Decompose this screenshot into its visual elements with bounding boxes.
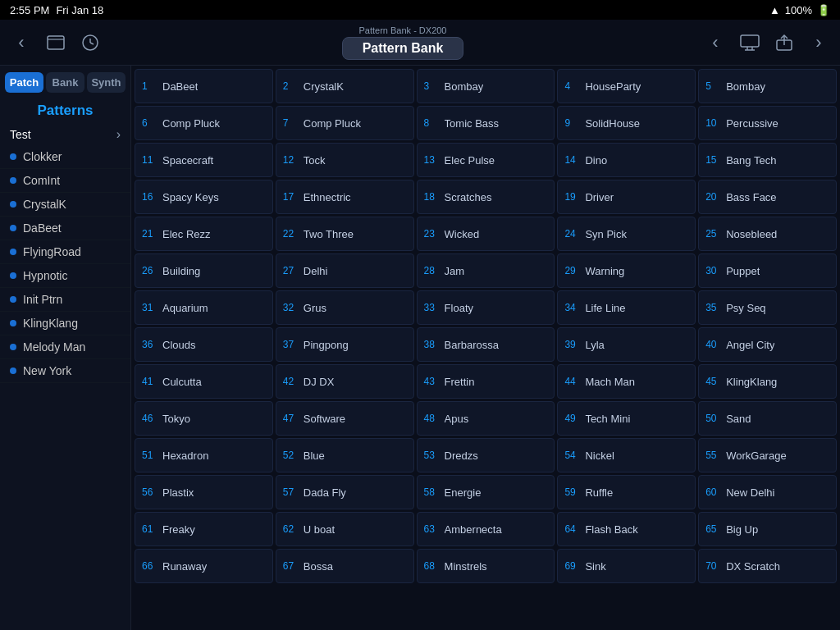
pattern-cell-52[interactable]: 52Blue [276, 438, 414, 472]
pattern-cell-48[interactable]: 48Apus [417, 401, 555, 436]
pattern-cell-30[interactable]: 30Puppet [698, 253, 837, 288]
pattern-cell-50[interactable]: 50Sand [698, 401, 837, 436]
pattern-cell-56[interactable]: 56Plastix [135, 475, 273, 509]
pattern-cell-4[interactable]: 4HouseParty [557, 69, 696, 103]
tab-patch[interactable]: Patch [5, 72, 43, 93]
pattern-cell-40[interactable]: 40Angel City [698, 327, 837, 362]
sidebar-item-klingklang[interactable]: KlingKlang [0, 312, 130, 336]
pattern-cell-20[interactable]: 20Bass Face [698, 180, 837, 214]
pattern-cell-27[interactable]: 27Delhi [276, 253, 414, 288]
sidebar-item-flyingroad[interactable]: FlyingRoad [0, 240, 130, 264]
pattern-cell-64[interactable]: 64Flash Back [557, 512, 696, 546]
pattern-cell-8[interactable]: 8Tomic Bass [417, 106, 555, 140]
share-icon[interactable] [773, 31, 796, 54]
sidebar-item-dabeet[interactable]: DaBeet [0, 217, 130, 240]
pattern-cell-44[interactable]: 44Mach Man [557, 364, 696, 399]
pattern-cell-61[interactable]: 61Freaky [135, 512, 273, 546]
pattern-cell-12[interactable]: 12Tock [276, 143, 414, 177]
pattern-num: 4 [564, 80, 581, 92]
pattern-cell-9[interactable]: 9SolidHouse [557, 106, 696, 140]
pattern-cell-49[interactable]: 49Tech Mini [557, 401, 696, 436]
tab-synth[interactable]: Synth [87, 72, 126, 93]
pattern-cell-41[interactable]: 41Culcutta [135, 364, 273, 399]
pattern-cell-70[interactable]: 70DX Scratch [698, 549, 837, 583]
prev-button[interactable]: ‹ [704, 28, 727, 57]
pattern-cell-15[interactable]: 15Bang Tech [698, 143, 837, 177]
pattern-cell-39[interactable]: 39Lyla [557, 327, 696, 362]
sidebar-item-melody-man[interactable]: Melody Man [0, 336, 130, 359]
test-row[interactable]: Test › [0, 124, 130, 145]
pattern-cell-66[interactable]: 66Runaway [135, 549, 273, 583]
pattern-cell-16[interactable]: 16Spacy Keys [135, 180, 273, 214]
pattern-cell-25[interactable]: 25Nosebleed [698, 217, 837, 251]
pattern-cell-5[interactable]: 5Bombay [698, 69, 837, 103]
pattern-cell-35[interactable]: 35Psy Seq [698, 290, 837, 325]
pattern-cell-57[interactable]: 57Dada Fly [276, 475, 414, 509]
pattern-name: Bombay [726, 80, 765, 93]
sidebar-item-init-ptrn[interactable]: Init Ptrn [0, 288, 130, 312]
pattern-cell-13[interactable]: 13Elec Pulse [417, 143, 555, 177]
pattern-cell-22[interactable]: 22Two Three [276, 217, 414, 251]
tab-bank[interactable]: Bank [46, 72, 84, 93]
pattern-cell-46[interactable]: 46Tokyo [135, 401, 273, 436]
pattern-cell-62[interactable]: 62U boat [276, 512, 414, 546]
pattern-num: 60 [705, 486, 722, 498]
sidebar-item-clokker[interactable]: Clokker [0, 145, 130, 169]
pattern-num: 39 [564, 339, 581, 350]
pattern-name: Comp Pluck [304, 117, 361, 130]
pattern-cell-51[interactable]: 51Hexadron [135, 438, 273, 472]
window-icon[interactable] [44, 31, 67, 54]
pattern-cell-29[interactable]: 29Warning [557, 253, 696, 288]
sidebar-item-crystalk[interactable]: CrystalK [0, 193, 130, 217]
pattern-cell-28[interactable]: 28Jam [417, 253, 555, 288]
pattern-cell-45[interactable]: 45KlingKlang [698, 364, 837, 399]
pattern-cell-10[interactable]: 10Percussive [698, 106, 837, 140]
pattern-cell-33[interactable]: 33Floaty [417, 290, 555, 325]
pattern-cell-2[interactable]: 2CrystalK [276, 69, 414, 103]
pattern-cell-11[interactable]: 11Spacecraft [135, 143, 273, 177]
pattern-cell-21[interactable]: 21Elec Rezz [135, 217, 273, 251]
pattern-cell-19[interactable]: 19Driver [557, 180, 696, 214]
pattern-cell-18[interactable]: 18Scratches [417, 180, 555, 214]
pattern-cell-47[interactable]: 47Software [276, 401, 414, 436]
pattern-cell-31[interactable]: 31Aquarium [135, 290, 273, 325]
pattern-cell-36[interactable]: 36Clouds [135, 327, 273, 362]
pattern-cell-68[interactable]: 68Minstrels [417, 549, 555, 583]
pattern-cell-17[interactable]: 17Ethnectric [276, 180, 414, 214]
tab-bar: Patch Bank Synth [0, 66, 130, 96]
pattern-cell-24[interactable]: 24Syn Pick [557, 217, 696, 251]
pattern-cell-69[interactable]: 69Sink [557, 549, 696, 583]
pattern-cell-23[interactable]: 23Wicked [417, 217, 555, 251]
pattern-cell-43[interactable]: 43Frettin [417, 364, 555, 399]
sidebar-item-new-york[interactable]: New York [0, 359, 130, 383]
patterns-label: Patterns [0, 96, 130, 124]
display-icon[interactable] [738, 31, 761, 54]
pattern-cell-7[interactable]: 7Comp Pluck [276, 106, 414, 140]
pattern-cell-67[interactable]: 67Bossa [276, 549, 414, 583]
pattern-cell-37[interactable]: 37Pingpong [276, 327, 414, 362]
pattern-cell-6[interactable]: 6Comp Pluck [135, 106, 273, 140]
next-button[interactable]: › [807, 28, 830, 57]
toolbar-title[interactable]: Pattern Bank [342, 37, 464, 60]
pattern-cell-3[interactable]: 3Bombay [417, 69, 555, 103]
pattern-cell-1[interactable]: 1DaBeet [135, 69, 273, 103]
pattern-name: U boat [304, 523, 335, 536]
pattern-cell-63[interactable]: 63Ambernecta [417, 512, 555, 546]
pattern-cell-53[interactable]: 53Dredzs [417, 438, 555, 472]
pattern-cell-14[interactable]: 14Dino [557, 143, 696, 177]
pattern-cell-65[interactable]: 65Big Up [698, 512, 837, 546]
pattern-cell-59[interactable]: 59Ruffle [557, 475, 696, 509]
sidebar-item-hypnotic[interactable]: Hypnotic [0, 264, 130, 288]
sidebar-item-comint[interactable]: ComInt [0, 169, 130, 193]
pattern-cell-26[interactable]: 26Building [135, 253, 273, 288]
pattern-cell-58[interactable]: 58Energie [417, 475, 555, 509]
pattern-cell-55[interactable]: 55WorkGarage [698, 438, 837, 472]
clock-icon[interactable] [79, 31, 102, 54]
pattern-cell-42[interactable]: 42DJ DX [276, 364, 414, 399]
pattern-cell-34[interactable]: 34Life Line [557, 290, 696, 325]
pattern-cell-38[interactable]: 38Barbarossa [417, 327, 555, 362]
pattern-cell-60[interactable]: 60New Delhi [698, 475, 837, 509]
back-button[interactable]: ‹ [10, 28, 33, 57]
pattern-cell-54[interactable]: 54Nickel [557, 438, 696, 472]
pattern-cell-32[interactable]: 32Grus [276, 290, 414, 325]
